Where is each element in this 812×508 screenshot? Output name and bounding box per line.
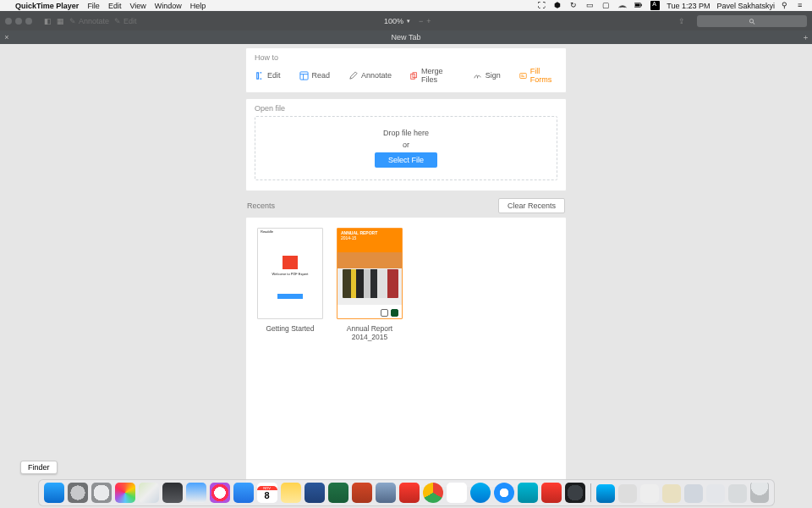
dock-app-quicktime[interactable] [565, 483, 585, 503]
display-icon[interactable]: ▭ [586, 1, 595, 10]
dock-app-app-teal[interactable] [518, 483, 538, 503]
dock-app-safari[interactable] [494, 483, 514, 503]
dock-app-notes[interactable] [281, 483, 301, 503]
dock-app-r4[interactable] [684, 484, 703, 503]
howto-read[interactable]: Read [299, 71, 331, 80]
dock-trash-icon[interactable] [750, 483, 769, 503]
menu-window[interactable]: Window [155, 2, 182, 10]
recents-grid: Readdle Welcome to PDF Expert Getting St… [245, 217, 567, 488]
dock-app-r2[interactable] [640, 484, 659, 503]
sync-icon[interactable]: ↻ [570, 1, 579, 10]
dock-app-preview[interactable] [186, 483, 206, 503]
dock-separator [590, 483, 591, 502]
howto-edit[interactable]: Edit [255, 71, 281, 80]
screen-icon[interactable]: ⛶ [538, 1, 547, 10]
menu-edit[interactable]: Edit [108, 2, 122, 10]
recents-title: Recents [247, 202, 275, 210]
wifi-icon[interactable] [618, 1, 628, 10]
merge-icon [410, 71, 418, 80]
text-cursor-icon [255, 71, 264, 80]
dock-app-chrome[interactable] [423, 483, 443, 503]
dock-app-r3[interactable] [662, 484, 681, 503]
svg-rect-2 [641, 4, 642, 7]
spotlight-icon[interactable]: ⚲ [782, 1, 791, 10]
pencil-icon [348, 71, 358, 80]
dock-app-word[interactable] [304, 483, 325, 503]
dock-app-finder[interactable] [44, 483, 64, 503]
zoom-out-icon[interactable]: − [419, 17, 423, 25]
menubar-clock[interactable]: Tue 1:23 PM [667, 2, 710, 10]
dock-app-launchpad[interactable] [91, 483, 112, 503]
sidebar-toggle-icon[interactable]: ◧ [44, 17, 52, 25]
window-controls[interactable] [5, 18, 32, 25]
dock-app-pdf-expert-alt[interactable] [541, 483, 562, 503]
dock-app-skype[interactable] [470, 483, 491, 503]
howto-fill-forms[interactable]: Fill Forms [519, 67, 557, 84]
pdf-logo-icon [283, 256, 298, 269]
app-name[interactable]: QuickTime Player [15, 2, 79, 10]
tab-bar: × New Tab ＋ [0, 30, 812, 44]
app-toolbar: ◧ ▦ ✎ Annotate ✎ Edit 100% ▾ − + ⇪ ⚲ [0, 11, 812, 30]
doc-thumbnail: ANNUAL REPORT 2014-15 [337, 228, 403, 319]
menu-help[interactable]: Help [190, 2, 206, 10]
clear-recents-button[interactable]: Clear Recents [498, 198, 565, 213]
airplay-icon[interactable]: ▢ [602, 1, 612, 10]
dock-app-r6[interactable] [728, 484, 747, 503]
dock-app-itunes[interactable] [210, 483, 230, 503]
dock-app-app-store[interactable] [233, 483, 254, 503]
zoom-control[interactable]: 100% ▾ − + [384, 17, 431, 25]
toolbar-annotate[interactable]: ✎ Annotate [69, 17, 109, 25]
thumb-cover-image [337, 252, 402, 305]
toolbar-edit[interactable]: ✎ Edit [114, 17, 137, 25]
dock-app-calendar[interactable]: NOV8 [257, 483, 277, 503]
doc-label: Getting Started [266, 324, 314, 333]
toolbar-annotate-label: Annotate [79, 17, 109, 25]
toolbar-edit-label: Edit [123, 17, 137, 25]
dock-app-pdf-expert[interactable] [399, 483, 420, 503]
dock-app-photos[interactable] [115, 483, 135, 503]
share-icon[interactable]: ⇪ [678, 17, 685, 25]
thumbnails-toggle-icon[interactable]: ▦ [57, 17, 64, 25]
zoom-value: 100% [384, 17, 403, 25]
howto-sign[interactable]: Sign [473, 71, 501, 80]
dock-app-slack[interactable] [447, 483, 467, 503]
open-file-panel: Open file Drop file here or Select File [245, 98, 567, 191]
menu-file[interactable]: File [87, 2, 100, 10]
menu-view[interactable]: View [129, 2, 145, 10]
svg-rect-6 [519, 73, 526, 78]
menubar-user[interactable]: Pavel Sakhatskyi [716, 2, 775, 10]
dock-app-excel[interactable] [328, 483, 348, 503]
recent-doc[interactable]: ANNUAL REPORT 2014-15 Annual Report 2014… [336, 228, 403, 341]
sign-icon [473, 71, 482, 80]
thumb-caption: Welcome to PDF Expert [272, 272, 309, 276]
drop-label: Drop file here [383, 129, 429, 137]
battery-icon[interactable] [634, 1, 644, 10]
notifications-icon[interactable]: ≡ [798, 1, 807, 10]
dock-app-r1[interactable] [618, 484, 637, 503]
open-file-title: Open file [255, 104, 557, 113]
tab-add-icon[interactable]: ＋ [798, 32, 812, 43]
keyboard-layout-icon[interactable]: A [650, 1, 660, 10]
tab-close-icon[interactable]: × [0, 33, 14, 41]
dock-app-system-preferences[interactable] [68, 483, 88, 503]
howto-merge[interactable]: Merge Files [410, 67, 454, 84]
howto-annotate[interactable]: Annotate [348, 71, 392, 80]
search-input[interactable]: ⚲ [697, 15, 807, 27]
drop-zone[interactable]: Drop file here or Select File [255, 116, 557, 180]
svg-rect-3 [299, 71, 307, 79]
dock-app-spark[interactable] [596, 484, 615, 503]
dock-app-r5[interactable] [706, 484, 725, 503]
dropbox-icon[interactable]: ⬢ [554, 1, 563, 10]
drop-or: or [403, 141, 409, 149]
tab-title[interactable]: New Tab [14, 33, 798, 41]
dock-app-mission-control[interactable] [162, 483, 183, 503]
dock-app-maps[interactable] [139, 483, 159, 503]
layout-icon [299, 71, 309, 80]
dock-app-powerpoint[interactable] [352, 483, 372, 503]
recent-doc[interactable]: Readdle Welcome to PDF Expert Getting St… [256, 228, 324, 333]
zoom-in-icon[interactable]: + [426, 17, 431, 25]
howto-panel: How to Edit Read Annotate Merge Files [245, 47, 567, 93]
svg-rect-1 [635, 3, 640, 6]
dock-app-generic1[interactable] [376, 483, 396, 503]
select-file-button[interactable]: Select File [375, 152, 437, 168]
